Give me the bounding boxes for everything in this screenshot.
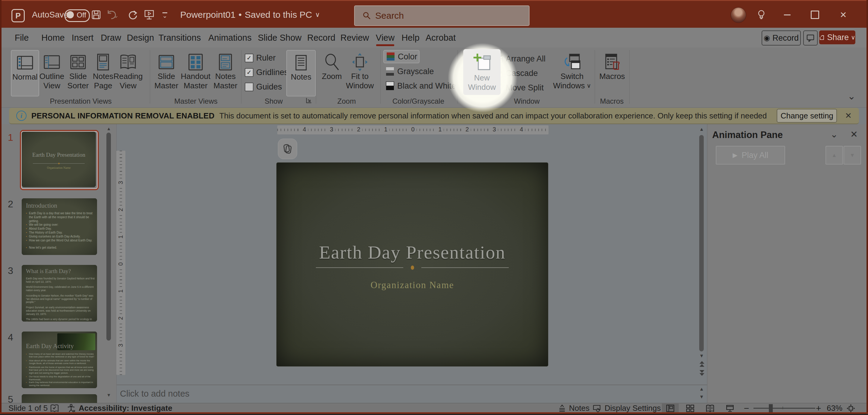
- animation-pane-collapse-icon[interactable]: ⌄: [830, 129, 838, 139]
- slide-master-button[interactable]: Slide Master: [152, 50, 181, 95]
- slide-scroll-down-icon[interactable]: ▼: [698, 353, 705, 359]
- tab-draw[interactable]: Draw: [99, 28, 122, 47]
- account-avatar[interactable]: [731, 7, 746, 23]
- fit-to-window-button[interactable]: Fit to Window: [346, 50, 374, 95]
- notes-scroll-down-icon[interactable]: ▼: [698, 394, 705, 400]
- slide-indicator[interactable]: Slide 1 of 5: [8, 403, 48, 413]
- zoom-slider-handle[interactable]: [769, 404, 773, 412]
- quick-access-customize-button[interactable]: ⌄: [158, 7, 172, 22]
- change-setting-button[interactable]: Change setting: [777, 109, 837, 123]
- minimize-button[interactable]: [779, 7, 795, 23]
- tab-animations[interactable]: Animations: [208, 28, 252, 47]
- move-split-button[interactable]: Move Split: [494, 82, 544, 93]
- autosave-state: Off: [76, 11, 86, 19]
- show-dialog-launcher[interactable]: [306, 97, 312, 104]
- spell-check-button[interactable]: [50, 403, 59, 413]
- handout-master-button[interactable]: Handout Master: [181, 50, 211, 95]
- ribbon-tab-row: File Home Insert Draw Design Transitions…: [0, 28, 868, 47]
- zoom-button[interactable]: Zoom: [319, 50, 345, 95]
- slide-title-text[interactable]: Earth Day Presentation: [277, 242, 548, 263]
- slide-subtitle-text[interactable]: Organization Name: [277, 280, 548, 290]
- redo-button[interactable]: [126, 7, 140, 22]
- new-window-button[interactable]: New Window: [463, 49, 501, 95]
- macros-button[interactable]: Macros: [597, 50, 627, 95]
- slide-scroll-up-icon[interactable]: ▲: [698, 127, 705, 132]
- animation-pane-close-icon[interactable]: ✕: [850, 129, 858, 139]
- start-slideshow-button[interactable]: [142, 7, 156, 22]
- color-button[interactable]: Color: [383, 50, 420, 63]
- tab-file[interactable]: File: [12, 28, 31, 47]
- ruler-checkbox[interactable]: ✓ Ruler: [245, 52, 276, 64]
- accessibility-checker-button[interactable]: Accessibility: Investigate: [67, 403, 173, 413]
- undo-button[interactable]: [105, 7, 119, 22]
- move-later-button[interactable]: ▼: [844, 146, 861, 165]
- normal-view-button[interactable]: Normal: [11, 50, 39, 96]
- info-bar-close-icon[interactable]: ✕: [845, 111, 852, 121]
- maximize-button[interactable]: [807, 7, 823, 23]
- save-button[interactable]: [89, 7, 103, 22]
- reading-view-button[interactable]: Reading View: [115, 50, 141, 95]
- play-all-button[interactable]: ▶ Play All: [716, 146, 785, 165]
- notes-toggle-button[interactable]: Notes: [286, 50, 316, 96]
- view-reading-button[interactable]: [702, 404, 718, 413]
- autosave-toggle[interactable]: Off: [64, 9, 90, 22]
- notes-page-button[interactable]: Notes Page: [91, 50, 115, 95]
- tab-help[interactable]: Help: [400, 28, 421, 47]
- notes-scroll-up-icon[interactable]: ▲: [698, 386, 705, 392]
- tab-view[interactable]: View: [374, 28, 397, 47]
- info-icon: i: [16, 110, 27, 121]
- previous-slide-button[interactable]: [699, 360, 705, 368]
- zoom-out-button[interactable]: −: [744, 403, 749, 413]
- thumbnail-scroll-down-icon[interactable]: ▼: [105, 392, 112, 397]
- notes-pane[interactable]: Click to add notes: [117, 385, 707, 403]
- view-normal-button[interactable]: [662, 404, 679, 413]
- fit-slide-to-window-button[interactable]: [843, 404, 858, 413]
- tab-insert[interactable]: Insert: [70, 28, 95, 47]
- record-button[interactable]: ◉ Record: [762, 30, 801, 45]
- collapse-ribbon-button[interactable]: ⌄: [847, 90, 856, 102]
- arrange-all-button[interactable]: Arrange All: [494, 53, 546, 64]
- display-settings-button[interactable]: Display Settings: [592, 403, 661, 413]
- slide-thumbnail-2[interactable]: Introduction Earth Day is a day that we …: [22, 198, 97, 255]
- close-button[interactable]: ✕: [835, 7, 851, 23]
- document-title[interactable]: Powerpoint01 • Saved to this PC ∨: [180, 1, 320, 29]
- slide-thumbnail-3[interactable]: What is Earth Day? Earth Day was founded…: [22, 265, 97, 322]
- next-slide-button[interactable]: [699, 370, 705, 377]
- thumbnail-scrollbar[interactable]: [106, 133, 111, 341]
- zoom-in-button[interactable]: +: [816, 403, 821, 413]
- switch-windows-button[interactable]: Switch Windows ∨: [556, 50, 588, 95]
- tab-acrobat[interactable]: Acrobat: [424, 28, 458, 47]
- slide-thumbnail-4[interactable]: Earth Day Activity How many of us have s…: [22, 331, 97, 388]
- copilot-button[interactable]: [278, 139, 297, 159]
- tab-design[interactable]: Design: [126, 28, 155, 47]
- tab-slide-show[interactable]: Slide Show: [257, 28, 303, 47]
- slide-thumbnail-5[interactable]: [22, 394, 97, 403]
- view-slideshow-button[interactable]: [721, 404, 738, 413]
- slide-thumbnail-1-selected[interactable]: Earth Day Presentation Organization Name: [20, 130, 99, 190]
- tab-transitions[interactable]: Transitions: [159, 28, 200, 47]
- view-slide-sorter-button[interactable]: [682, 404, 699, 413]
- notes-toggle-statusbar[interactable]: Notes: [558, 403, 590, 413]
- move-earlier-button[interactable]: ▲: [826, 146, 843, 165]
- slide-scrollbar[interactable]: [699, 135, 704, 351]
- slide-canvas[interactable]: Earth Day Presentation Organization Name: [277, 163, 548, 366]
- slide-master-icon: [158, 53, 175, 72]
- slide-sorter-button[interactable]: Slide Sorter: [65, 50, 91, 95]
- outline-view-button[interactable]: Outline View: [38, 50, 65, 95]
- tell-me-lightbulb-button[interactable]: [753, 7, 769, 23]
- tab-home[interactable]: Home: [40, 28, 66, 47]
- zoom-level[interactable]: 63%: [827, 403, 842, 413]
- grayscale-button[interactable]: Grayscale: [386, 66, 434, 77]
- share-button[interactable]: Share ∨: [819, 30, 855, 44]
- tab-review[interactable]: Review: [339, 28, 370, 47]
- search-input[interactable]: Search: [354, 5, 530, 26]
- comments-button[interactable]: [803, 30, 818, 45]
- tab-record[interactable]: Record: [306, 28, 337, 47]
- thumbnail-scroll-up-icon[interactable]: ▲: [105, 126, 112, 131]
- black-and-white-button[interactable]: Black and White: [386, 80, 456, 92]
- gridlines-checkbox[interactable]: ✓ Gridlines: [245, 66, 288, 78]
- notes-placeholder[interactable]: Click to add notes: [120, 389, 190, 399]
- guides-checkbox[interactable]: ✓ Guides: [245, 81, 282, 93]
- powerpoint-app-icon[interactable]: P: [11, 9, 25, 22]
- notes-master-button[interactable]: Notes Master: [211, 50, 240, 95]
